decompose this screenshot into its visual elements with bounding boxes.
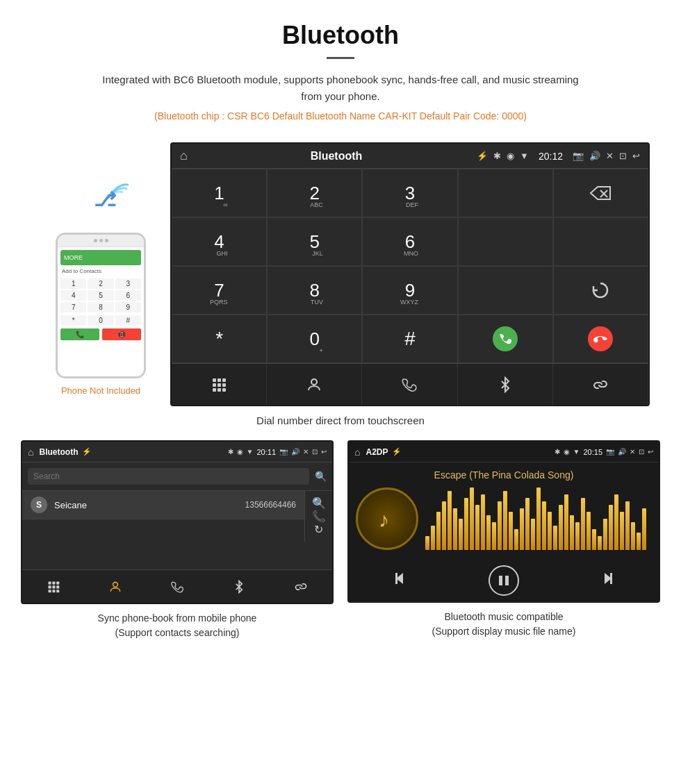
pb-side-search-icon[interactable]: 🔍 — [312, 497, 326, 510]
svg-rect-9 — [213, 388, 216, 392]
svg-rect-10 — [218, 388, 221, 392]
viz-bar — [525, 498, 530, 550]
svg-rect-16 — [48, 585, 51, 588]
svg-rect-13 — [48, 581, 51, 584]
pb-nav-dialpad[interactable] — [22, 570, 84, 603]
phone-dot — [94, 239, 97, 242]
dial-empty-3 — [553, 217, 648, 266]
viz-bar — [581, 498, 585, 550]
main-caption: Dial number direct from touchscreen — [0, 406, 681, 440]
dial-key-hash[interactable]: # — [362, 315, 457, 363]
dial-refresh[interactable] — [553, 266, 648, 315]
music-visualizer — [425, 487, 652, 550]
pb-search-input[interactable] — [28, 468, 309, 485]
nav-link[interactable] — [553, 364, 648, 405]
svg-rect-15 — [56, 581, 59, 584]
pb-side-refresh-icon[interactable]: ↻ — [314, 523, 323, 536]
dial-key-3[interactable]: 3DEF — [362, 169, 457, 217]
pb-wifi-icon: ▼ — [247, 448, 254, 456]
phone-not-included-label: Phone Not Included — [61, 385, 140, 396]
pb-spacer — [22, 542, 332, 569]
pb-back-icon[interactable]: ↩ — [321, 448, 327, 456]
music-clock: 20:15 — [583, 448, 602, 456]
music-usb-icon: ⚡ — [392, 447, 402, 456]
viz-bar — [586, 512, 591, 550]
dial-key-9[interactable]: 9WXYZ — [362, 266, 457, 315]
dialpad-key-6: 6 — [115, 290, 141, 301]
dial-key-2[interactable]: 2ABC — [267, 169, 362, 217]
dial-key-4[interactable]: 4GHI — [172, 217, 267, 266]
page-header: Bluetooth Integrated with BC6 Bluetooth … — [0, 0, 681, 142]
pb-cam-icon: 📷 — [279, 448, 288, 456]
phone-add-contacts: Add to Contacts — [60, 268, 141, 274]
music-next-button[interactable] — [595, 569, 614, 592]
page-title: Bluetooth — [14, 21, 667, 50]
viz-bar — [498, 501, 502, 550]
pb-nav-bar — [22, 569, 332, 603]
wifi-icon: ▼ — [520, 151, 529, 161]
viz-bar — [431, 526, 435, 550]
pb-contact-row[interactable]: S Seicane 13566664466 — [22, 491, 304, 519]
svg-rect-21 — [56, 590, 59, 592]
contact-number: 13566664466 — [245, 500, 296, 510]
dialpad-key-8: 8 — [88, 302, 113, 312]
music-cam-icon: 📷 — [606, 448, 614, 456]
location-icon: ◉ — [507, 151, 514, 161]
main-screen-wrapper: ⎇ MORE Add to Contacts 1 2 3 — [0, 142, 681, 406]
dial-key-1[interactable]: 1∞ — [172, 169, 267, 217]
pb-nav-link[interactable] — [270, 570, 332, 603]
music-back-icon[interactable]: ↩ — [648, 448, 653, 456]
dial-key-7[interactable]: 7PQRS — [172, 266, 267, 315]
viz-bar — [448, 491, 452, 550]
viz-bar — [514, 529, 518, 550]
nav-dialpad[interactable] — [172, 364, 267, 405]
pb-side-phone-icon[interactable]: 📞 — [312, 510, 326, 523]
nav-bluetooth[interactable] — [458, 364, 553, 405]
phone-call-button[interactable]: 📞 — [60, 328, 99, 340]
music-block: ⌂ A2DP ⚡ ✱ ◉ ▼ 20:15 📷 🔊 ✕ ⊡ ↩ Escape (T… — [347, 440, 660, 643]
pb-search-icon: 🔍 — [315, 471, 327, 482]
dial-key-6[interactable]: 6MNO — [362, 217, 457, 266]
viz-bar — [531, 519, 535, 550]
music-play-pause-button[interactable] — [489, 565, 519, 596]
pb-home-icon[interactable]: ⌂ — [28, 447, 33, 458]
car-status-icons: ⚡ ✱ ◉ ▼ 20:12 📷 🔊 ✕ ⊡ ↩ — [477, 151, 640, 162]
pb-status-bar: ⌂ Bluetooth ⚡ ✱ ◉ ▼ 20:11 📷 🔊 ✕ ⊡ ↩ — [22, 442, 332, 462]
car-nav-bar — [172, 363, 648, 405]
viz-bar — [603, 519, 607, 550]
pb-screen-title: Bluetooth — [39, 447, 78, 457]
dialpad-key-star: * — [60, 315, 86, 326]
car-screen-title: Bluetooth — [196, 150, 477, 162]
home-icon[interactable]: ⌂ — [180, 149, 188, 163]
dial-key-8[interactable]: 8TUV — [267, 266, 362, 315]
music-home-icon[interactable]: ⌂ — [354, 447, 360, 458]
dial-key-0[interactable]: 0+ — [267, 315, 362, 363]
phone-end-button[interactable]: 📵 — [102, 328, 141, 340]
pb-nav-contacts-active[interactable] — [84, 570, 146, 603]
music-controls — [349, 557, 659, 601]
svg-rect-19 — [48, 590, 51, 592]
bt-icon: ✱ — [493, 151, 501, 161]
viz-bar — [548, 512, 552, 550]
viz-bar — [542, 501, 546, 550]
dial-end-button[interactable] — [553, 315, 648, 363]
phone-side: ⎇ MORE Add to Contacts 1 2 3 — [31, 142, 170, 396]
back-icon[interactable]: ↩ — [632, 151, 640, 161]
dial-backspace[interactable] — [553, 169, 648, 217]
dial-key-5[interactable]: 5JKL — [267, 217, 362, 266]
viz-bar — [442, 501, 446, 550]
viz-bar — [625, 501, 630, 550]
pb-nav-phone[interactable] — [146, 570, 208, 603]
nav-phone[interactable] — [362, 364, 457, 405]
window-icon: ⊡ — [619, 151, 627, 161]
pb-nav-bluetooth[interactable] — [208, 570, 270, 603]
dial-key-star[interactable]: * — [172, 315, 267, 363]
dialpad-key-0: 0 — [88, 315, 113, 326]
nav-contacts[interactable] — [267, 364, 362, 405]
car-status-bar: ⌂ Bluetooth ⚡ ✱ ◉ ▼ 20:12 📷 🔊 ✕ ⊡ ↩ — [172, 144, 648, 169]
viz-bar — [436, 512, 441, 550]
viz-bar — [464, 498, 468, 550]
music-prev-button[interactable] — [393, 569, 413, 592]
dial-call-button[interactable] — [458, 315, 553, 363]
phonebook-caption: Sync phone-book from mobile phone (Suppo… — [21, 604, 334, 643]
